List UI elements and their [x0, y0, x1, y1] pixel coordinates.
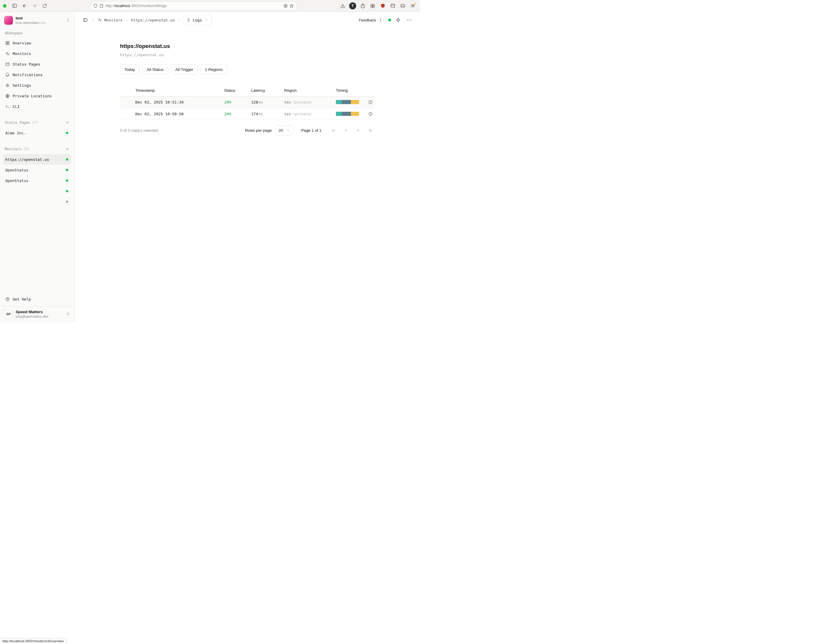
menu-hamburger-icon[interactable]: [408, 2, 417, 10]
library-icon[interactable]: [388, 2, 397, 10]
table-row[interactable]: Dec 02, 2025 10:51:34 200 128ms tes(priv…: [120, 96, 375, 108]
workspace-name: test: [16, 16, 63, 21]
monitor-item[interactable]: https://openstat.us: [3, 154, 71, 165]
sidebar-item-private-locations[interactable]: Private Locations: [3, 90, 71, 101]
pagination-last-button[interactable]: [366, 127, 375, 135]
more-options-button[interactable]: ⋯: [405, 17, 414, 23]
monitor-item[interactable]: OpenStatus: [3, 175, 71, 186]
panel-top-icon: [5, 62, 10, 66]
sidebar-item-overview[interactable]: Overview: [3, 38, 71, 48]
chevrons-up-down-icon: [66, 18, 70, 22]
col-timestamp: Timestamp: [134, 85, 223, 96]
status-dot: [66, 200, 68, 203]
tracking-shield-icon[interactable]: [93, 3, 98, 8]
rows-selected-text: 0 of 2 row(s) selected.: [120, 128, 159, 133]
timing-segment-dns: [336, 112, 342, 116]
feedback-key-badge: F: [378, 17, 383, 23]
extensions-icon[interactable]: [368, 2, 377, 10]
filter-trigger-button[interactable]: All Trigger: [171, 64, 198, 74]
sidebar-collapse-icon[interactable]: [81, 16, 90, 24]
browser-sidebar-toggle-icon[interactable]: [10, 2, 19, 10]
logs-view-dropdown[interactable]: Logs: [182, 15, 212, 25]
chevrons-up-down-icon: [66, 312, 70, 316]
sidebar-item-cli[interactable]: CLI: [3, 101, 71, 112]
monitor-item[interactable]: [3, 186, 71, 196]
col-timing: Timing: [335, 85, 375, 96]
ublock-icon[interactable]: [378, 2, 387, 10]
pagination-next-button[interactable]: [354, 127, 362, 135]
breadcrumb-monitor-url[interactable]: https://openstat.us: [131, 17, 176, 23]
filter-status-button[interactable]: All Status: [142, 64, 168, 74]
timing-segment-dns: [336, 100, 342, 104]
timing-segment-connect: [342, 100, 351, 104]
globe-icon: [5, 94, 10, 98]
col-latency: Latency: [250, 85, 283, 96]
add-monitor-button[interactable]: [64, 146, 71, 152]
downloads-icon[interactable]: [338, 2, 347, 10]
monitor-item[interactable]: OpenStatus: [3, 165, 71, 175]
workspace-plan: love-openstatus: [16, 21, 39, 25]
clock-icon[interactable]: [368, 100, 373, 104]
timing-segment-ttfb: [351, 112, 359, 116]
page-info-icon[interactable]: [99, 4, 104, 8]
feedback-button[interactable]: Feedback F: [359, 17, 383, 23]
timing-segment-connect: [342, 112, 351, 116]
col-status: Status: [223, 85, 250, 96]
user-menu[interactable]: SP Speed Matters ping@openstatus.dev: [3, 306, 71, 322]
add-status-page-button[interactable]: [64, 119, 71, 126]
reload-button[interactable]: [40, 2, 49, 10]
rows-per-page-select[interactable]: 20: [275, 126, 294, 136]
browser-toolbar: http://localhost:3002/monitors/6/logs T: [0, 0, 420, 12]
cell-region: tes: [284, 100, 291, 104]
status-page-item[interactable]: Acme Inc.: [3, 128, 71, 138]
traffic-light-green[interactable]: [3, 4, 7, 8]
breadcrumb-monitors[interactable]: Monitors: [97, 17, 123, 23]
status-dot: [66, 190, 68, 192]
workspace-switcher[interactable]: test love-openstatuspro: [3, 15, 71, 26]
cell-timestamp: Dec 02, 2025 10:51:34: [134, 96, 223, 108]
list-icon: [186, 18, 190, 22]
gear-icon: [5, 83, 10, 88]
cell-latency: 128: [251, 100, 258, 104]
page-subtitle: https://openstat.us: [120, 53, 375, 57]
grid-icon: [5, 41, 10, 45]
activity-icon: [98, 18, 102, 22]
get-help-button[interactable]: Get Help: [3, 294, 71, 305]
forward-button[interactable]: [30, 2, 39, 10]
panel-icon[interactable]: [398, 2, 407, 10]
back-button[interactable]: [20, 2, 29, 10]
url-bar[interactable]: http://localhost:3002/monitors/6/logs: [90, 2, 296, 10]
chevron-right-icon: [177, 18, 181, 22]
share-icon[interactable]: [358, 2, 367, 10]
terminal-icon: [5, 104, 10, 109]
cell-latency: 174: [251, 112, 258, 116]
status-dot: [66, 179, 68, 182]
cell-status: 200: [224, 112, 231, 116]
clock-icon[interactable]: [368, 112, 373, 116]
sidebar-item-status-pages[interactable]: Status Pages: [3, 59, 71, 69]
status-pages-count: (1): [32, 121, 38, 125]
profile-avatar[interactable]: T: [348, 2, 357, 10]
activity-icon: [5, 51, 10, 56]
status-pulse-dot: [388, 18, 391, 21]
filter-date-button[interactable]: Today: [120, 64, 140, 74]
command-zap-icon[interactable]: [396, 18, 401, 22]
update-badge: [414, 3, 416, 5]
user-email: ping@openstatus.dev: [16, 314, 63, 319]
pagination: [329, 127, 375, 135]
col-region: Region: [283, 85, 335, 96]
logs-table: Timestamp Status Latency Region Timing D…: [120, 85, 375, 120]
filter-regions-button[interactable]: 1 Regions: [201, 64, 227, 74]
breadcrumb: Monitors https://openstat.us Logs Feedba…: [74, 12, 420, 28]
chevron-right-icon: [125, 18, 129, 22]
sidebar-item-monitors[interactable]: Monitors: [3, 48, 71, 59]
pagination-first-button[interactable]: [329, 127, 337, 135]
containers-icon[interactable]: [284, 4, 288, 8]
bookmark-star-icon[interactable]: [289, 3, 294, 8]
pagination-prev-button[interactable]: [342, 127, 350, 135]
workspace-avatar: [4, 16, 13, 25]
monitor-item[interactable]: [3, 196, 71, 207]
sidebar-item-settings[interactable]: Settings: [3, 80, 71, 90]
table-row[interactable]: Dec 02, 2025 10:50:50 200 174ms tes(priv…: [120, 108, 375, 120]
sidebar-item-notifications[interactable]: Notifications: [3, 69, 71, 80]
